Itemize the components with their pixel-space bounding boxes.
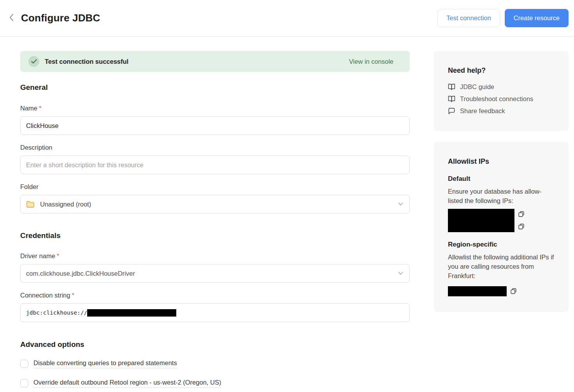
driver-name-select[interactable]: com.clickhouse.jdbc.ClickHouseDriver [20,264,410,283]
override-region-label[interactable]: Override default outbound Retool region … [33,379,221,388]
option-row-prepared-statements: Disable converting queries to prepared s… [20,359,410,368]
back-button[interactable] [6,13,17,24]
required-marker: * [72,292,74,299]
allowlist-ips-card: Allowlist IPs Default Ensure your databa… [434,142,569,312]
driver-name-field-label: Driver name* [20,252,410,260]
general-section-heading: General [20,83,410,92]
sidebar: Need help? JDBC guide Troubleshoot conne… [434,51,569,388]
redacted-region-ip [448,286,507,296]
need-help-card: Need help? JDBC guide Troubleshoot conne… [434,51,569,131]
required-marker: * [39,105,41,112]
troubleshoot-connections-label: Troubleshoot connections [460,95,533,103]
view-in-console-link[interactable]: View in console [349,58,393,65]
allowlist-ips-heading: Allowlist IPs [448,158,555,166]
redacted-default-ips [448,209,514,232]
folder-select-value: Unassigned (root) [40,201,91,208]
jdbc-guide-link[interactable]: JDBC guide [448,83,555,91]
page-header: Configure JDBC Test connection Create re… [0,0,574,37]
chevron-down-icon [398,203,403,206]
allowlist-default-heading: Default [448,175,555,183]
success-banner-message: Test connection successful [45,58,128,65]
connection-string-field-label: Connection string* [20,292,410,299]
need-help-heading: Need help? [448,66,555,75]
header-actions: Test connection Create resource [437,9,569,27]
connection-string-prefix: jdbc:clickhouse:// [26,310,87,316]
name-input[interactable] [20,116,410,135]
page-title: Configure JDBC [21,12,100,24]
test-connection-button[interactable]: Test connection [437,9,500,27]
driver-name-select-value: com.clickhouse.jdbc.ClickHouseDriver [26,270,135,277]
book-open-icon [448,95,455,103]
share-feedback-label: Share feedback [460,107,505,115]
redacted-connection-string [87,309,176,317]
troubleshoot-connections-link[interactable]: Troubleshoot connections [448,95,555,103]
allowlist-region-description: Allowlist the following additional IPs i… [448,253,555,281]
default-ip-list [448,209,555,232]
chat-bubble-icon [448,107,455,115]
share-feedback-link[interactable]: Share feedback [448,107,555,115]
folder-icon [26,201,35,208]
advanced-options-heading: Advanced options [20,340,410,349]
allowlist-region-heading: Region-specific [448,241,555,248]
jdbc-guide-label: JDBC guide [460,83,494,91]
chevron-left-icon [9,13,14,23]
create-resource-button[interactable]: Create resource [505,9,569,27]
required-marker: * [57,252,59,259]
allowlist-default-description: Ensure your database has allow-listed th… [448,187,555,206]
folder-select[interactable]: Unassigned (root) [20,195,410,214]
disable-prepared-statements-label[interactable]: Disable converting queries to prepared s… [33,359,177,368]
override-region-checkbox[interactable] [20,379,28,387]
copy-ip-1-icon[interactable] [518,211,525,217]
credentials-section-heading: Credentials [20,231,410,240]
folder-field-label: Folder [20,183,410,191]
chevron-down-icon [398,272,403,275]
disable-prepared-statements-checkbox[interactable] [20,360,28,368]
success-banner: Test connection successful View in conso… [20,51,410,72]
region-ip-list [448,286,555,296]
description-input[interactable] [20,156,410,174]
main-form-column: Test connection successful View in conso… [20,51,410,388]
connection-string-input[interactable]: jdbc:clickhouse:// [20,303,410,322]
copy-ip-2-icon[interactable] [518,223,525,230]
option-row-override-region: Override default outbound Retool region … [20,379,410,388]
name-field-label: Name* [20,105,410,112]
book-open-icon [448,83,455,91]
success-check-icon [28,56,39,67]
copy-region-ip-icon[interactable] [510,288,517,294]
description-field-label: Description [20,144,410,151]
